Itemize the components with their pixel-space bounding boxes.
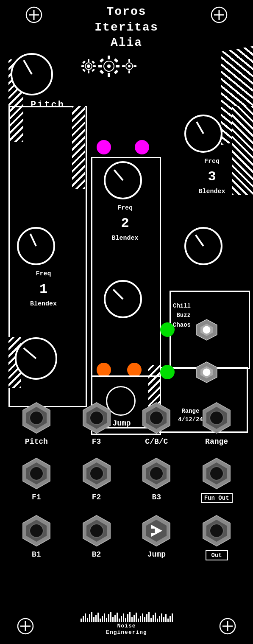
port-pitch: Pitch xyxy=(11,401,62,446)
noise-engineering-line1: Noise xyxy=(117,623,136,629)
port-f2: F2 xyxy=(71,456,122,503)
f3-port-label: F3 xyxy=(92,437,101,446)
svg-point-58 xyxy=(150,467,163,480)
svg-rect-19 xyxy=(108,73,110,77)
pitch-port[interactable] xyxy=(19,401,53,435)
svg-rect-28 xyxy=(128,59,130,62)
svg-point-7 xyxy=(87,65,90,67)
port-cbc: C/B/C xyxy=(131,401,182,446)
freq2-bottom-knob[interactable] xyxy=(104,280,142,318)
noise-engineering-logo: Noise Engineering xyxy=(81,612,173,636)
gear-large xyxy=(98,55,120,79)
ports-section: Pitch F3 C/B/C xyxy=(0,397,253,567)
port-out: Out xyxy=(191,514,242,560)
b1-port[interactable] xyxy=(19,514,53,548)
svg-rect-20 xyxy=(98,65,102,67)
freq2-top-knob[interactable] xyxy=(104,161,142,199)
bottom-left-knob[interactable] xyxy=(15,337,57,380)
svg-point-34 xyxy=(203,326,211,334)
b1-port-label: B1 xyxy=(32,550,41,559)
freq3-top-knob[interactable] xyxy=(184,115,222,153)
gear-small-1 xyxy=(81,58,97,76)
svg-point-37 xyxy=(203,369,211,376)
app-header: Toros Iteritas Alia xyxy=(0,0,253,55)
waveform-graphic xyxy=(81,612,173,622)
gears-row xyxy=(81,55,137,79)
freq1-knob[interactable] xyxy=(17,227,55,265)
stripe-pitch-right xyxy=(72,106,85,189)
b3-port[interactable] xyxy=(139,456,173,490)
svg-point-40 xyxy=(30,411,43,425)
port-f3: F3 xyxy=(71,401,122,446)
jump-port-label: Jump xyxy=(147,550,166,559)
port-range: Range xyxy=(191,401,242,446)
port-b2: B2 xyxy=(71,514,122,560)
port-fun-out: Fun Out xyxy=(191,456,242,503)
f1-port[interactable] xyxy=(19,456,53,490)
svg-rect-71 xyxy=(151,529,155,533)
cbc-port-label: C/B/C xyxy=(145,437,168,446)
f2-port-label: F2 xyxy=(92,493,101,501)
bottom-plus-left-button[interactable] xyxy=(17,618,34,637)
port-f1: F1 xyxy=(11,456,62,503)
hex-cbc-button[interactable] xyxy=(195,318,218,344)
svg-point-55 xyxy=(90,467,103,480)
b2-port[interactable] xyxy=(80,514,114,548)
svg-rect-8 xyxy=(88,59,89,62)
module-area: Pitch Freq 3 Blendex Freq 2 Blendex Freq… xyxy=(0,49,253,397)
port-row-1: Pitch F3 C/B/C xyxy=(0,397,253,450)
svg-rect-12 xyxy=(82,61,86,64)
led-orange-1[interactable] xyxy=(97,363,111,377)
led-magenta-2[interactable] xyxy=(135,140,149,154)
svg-rect-10 xyxy=(81,65,84,67)
svg-rect-31 xyxy=(133,65,136,67)
range-port[interactable] xyxy=(200,401,234,435)
svg-rect-29 xyxy=(128,70,130,73)
fun-out-port[interactable] xyxy=(200,456,234,490)
svg-rect-13 xyxy=(92,61,95,64)
svg-point-67 xyxy=(90,524,103,538)
freq1-label: Freq 1 Blendex xyxy=(4,269,83,309)
led-magenta-1[interactable] xyxy=(97,140,111,154)
port-b1: B1 xyxy=(11,514,62,560)
svg-point-27 xyxy=(128,65,131,67)
f2-port[interactable] xyxy=(80,456,114,490)
svg-point-64 xyxy=(30,524,43,538)
led-green-cbc[interactable] xyxy=(160,322,175,337)
hex-range-button[interactable] xyxy=(195,361,218,386)
svg-point-17 xyxy=(107,64,111,68)
b3-port-label: B3 xyxy=(152,493,161,501)
port-b3: B3 xyxy=(131,456,182,503)
svg-point-43 xyxy=(90,411,103,425)
cbc-port[interactable] xyxy=(139,401,173,435)
svg-rect-23 xyxy=(114,58,119,63)
app-title: Toros Iteritas Alia xyxy=(95,4,158,50)
f1-port-label: F1 xyxy=(32,493,41,501)
svg-rect-11 xyxy=(93,65,96,67)
svg-rect-14 xyxy=(82,69,86,72)
led-green-range[interactable] xyxy=(160,365,175,379)
port-row-3: B1 B2 Jum xyxy=(0,510,253,565)
freq2-label: Freq 2 Blendex xyxy=(91,204,159,243)
bottom-plus-right-button[interactable] xyxy=(219,618,236,637)
range-port-label: Range xyxy=(205,437,228,446)
out-port[interactable] xyxy=(200,514,234,548)
gear-small-2 xyxy=(121,58,137,76)
svg-point-61 xyxy=(210,467,223,480)
cbc-label: Chill Buzz Chaos xyxy=(173,301,191,330)
svg-rect-25 xyxy=(114,70,119,74)
freq3-label: Freq 3 Blendex xyxy=(176,157,248,196)
svg-point-52 xyxy=(30,467,43,480)
noise-engineering-line2: Engineering xyxy=(106,629,147,636)
svg-point-74 xyxy=(210,524,223,538)
svg-rect-22 xyxy=(100,58,104,63)
svg-rect-21 xyxy=(116,65,120,67)
svg-rect-18 xyxy=(108,56,110,59)
pitch-knob[interactable] xyxy=(11,53,53,95)
port-row-2: F1 F2 B3 xyxy=(0,452,253,507)
svg-rect-15 xyxy=(92,69,95,72)
led-orange-2[interactable] xyxy=(127,363,142,377)
freq3-bottom-knob[interactable] xyxy=(184,227,222,265)
jump-port[interactable] xyxy=(139,514,173,548)
f3-port[interactable] xyxy=(80,401,114,435)
